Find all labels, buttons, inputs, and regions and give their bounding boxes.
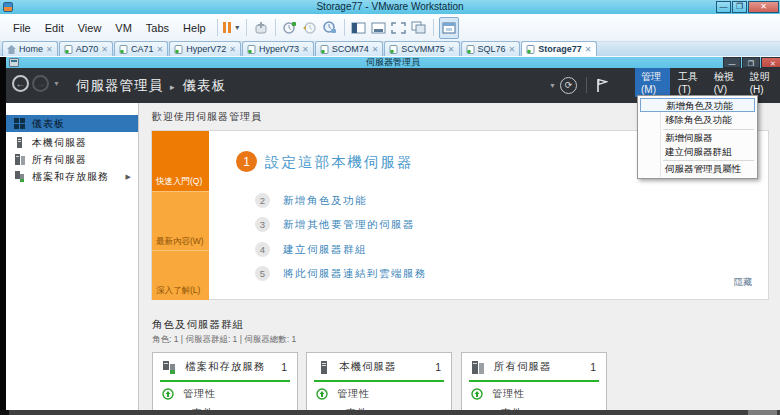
menu-item-add-servers[interactable]: 新增伺服器 [640,131,755,145]
tab-ad70[interactable]: AD70 ✕ [59,41,113,56]
welcome-title: 歡迎使用伺服器管理員 [152,110,262,124]
tile-server-count: 1 [281,361,287,373]
tab-ca71[interactable]: CA71 ✕ [114,41,168,56]
step-2-link[interactable]: 2 新增角色及功能 [255,193,367,208]
file-storage-icon [162,361,177,374]
manage-snapshots-button[interactable] [321,18,339,38]
forward-button[interactable]: → [32,75,49,92]
step-1-link[interactable]: 設定這部本機伺服器 [265,153,414,172]
tab-close-icon[interactable]: ✕ [302,45,309,54]
menu-help-guest[interactable]: 說明(H) [744,68,778,97]
step-4-link[interactable]: 4 建立伺服器群組 [255,242,367,257]
vmware-menubar-toolbar: File Edit View VM Tabs Help ▼ [0,14,780,42]
tab-close-icon[interactable]: ✕ [585,45,592,54]
learn-more-block[interactable]: 深入了解(L) [152,250,209,300]
tile-server-count: 1 [590,361,596,373]
tab-sql76[interactable]: SQL76 ✕ [461,41,521,56]
tab-storage77[interactable]: Storage77 ✕ [521,41,596,56]
guest-minimize-button[interactable]: — [723,57,741,68]
sidebar-item-dashboard[interactable]: 儀表板 [6,115,138,132]
console-view-button[interactable] [439,17,459,39]
tab-close-icon[interactable]: ✕ [372,45,379,54]
menu-tools[interactable]: 工具(T) [672,68,706,97]
menu-help[interactable]: Help [176,22,213,34]
nav-caret-icon[interactable]: ▼ [53,80,60,87]
vm-tab-icon [119,45,128,54]
manageability-row[interactable]: 管理性 [307,382,451,401]
revert-snapshot-icon [302,20,317,35]
breadcrumb-page: 儀表板 [183,78,227,93]
refresh-button[interactable]: ⟳ [560,77,577,94]
menu-item-remove-roles-features[interactable]: 移除角色及功能 [640,113,755,127]
vmware-minimize-button[interactable]: — [716,1,731,13]
revert-snapshot-button[interactable] [301,18,319,38]
tab-home[interactable]: Home ✕ [2,41,58,56]
server-manager-sidebar: 儀表板 本機伺服器 所有伺服器 檔案和存放服務 ▶ [6,103,139,410]
sidebar-item-file-storage-services[interactable]: 檔案和存放服務 ▶ [6,168,138,185]
menu-edit[interactable]: Edit [38,22,71,34]
expand-arrow-icon[interactable]: ▶ [126,173,131,181]
local-server-icon [316,361,331,374]
toolbar-separator [275,19,276,36]
show-thumbnail-bar-icon [371,22,386,34]
menu-item-server-manager-properties[interactable]: 伺服器管理員屬性 [640,162,755,176]
menu-tabs[interactable]: Tabs [139,22,176,34]
send-ctrl-alt-del-button[interactable] [252,18,270,38]
menu-view[interactable]: View [71,22,109,34]
take-snapshot-button[interactable] [281,18,299,38]
sidebar-item-local-server[interactable]: 本機伺服器 [6,134,138,151]
unity-icon [411,21,426,34]
vmware-close-button[interactable]: ✕ [748,1,779,13]
sidebar-item-all-servers[interactable]: 所有伺服器 [6,151,138,168]
menu-view-guest[interactable]: 檢視(V) [708,68,742,97]
menu-separator [663,129,754,130]
quick-start-block[interactable]: 快速入門(Q) [152,131,209,191]
step-3-badge: 3 [255,217,270,232]
back-button[interactable]: ← [12,75,29,92]
breadcrumb-root[interactable]: 伺服器管理員 [76,78,163,93]
fullscreen-button[interactable] [390,18,408,38]
guest-restore-button[interactable]: ❐ [742,57,760,68]
pause-button[interactable]: ▼ [223,18,241,38]
bottom-scrollbar-band[interactable] [0,410,780,415]
unity-button[interactable] [410,18,428,38]
tab-close-icon[interactable]: ✕ [229,45,236,54]
whats-new-block[interactable]: 最新內容(W) [152,191,209,251]
dashboard-icon [14,118,25,129]
refresh-caret-icon[interactable]: ▼ [549,82,556,89]
toolbar-separator [344,19,345,36]
roles-section-title: 角色及伺服器群組 [152,318,244,332]
tab-scvmm75[interactable]: SCVMM75 ✕ [384,41,459,56]
tab-close-icon[interactable]: ✕ [46,45,53,54]
vm-tab-icon [64,45,73,54]
manageability-row[interactable]: 管理性 [462,382,606,401]
tile-local-server[interactable]: 本機伺服器 1 管理性 事件 [306,352,452,415]
vmware-restore-button[interactable]: ❐ [732,1,747,13]
menu-file[interactable]: File [6,22,38,34]
show-thumbnail-bar-button[interactable] [370,18,388,38]
tab-hyperv73[interactable]: HyperV73 ✕ [242,41,314,56]
menu-vm[interactable]: VM [108,22,139,34]
manageability-row[interactable]: 管理性 [153,382,297,401]
server-manager-menubar: 管理(M) 工具(T) 檢視(V) 說明(H) [635,74,780,91]
notifications-flag-button[interactable] [596,78,608,93]
scrollbar-thumb[interactable] [748,410,777,415]
tile-all-servers[interactable]: 所有伺服器 1 管理性 事件 [461,352,607,415]
tab-close-icon[interactable]: ✕ [156,45,163,54]
menu-item-add-roles-features[interactable]: 新增角色及功能 [640,98,755,112]
fullscreen-icon [391,22,406,34]
menu-manage[interactable]: 管理(M) [635,68,670,97]
step-5-link[interactable]: 5 將此伺服器連結到雲端服務 [255,266,427,281]
guest-close-button[interactable]: ✕ [761,57,780,68]
menu-item-create-server-group[interactable]: 建立伺服器群組 [640,145,755,159]
step-3-link[interactable]: 3 新增其他要管理的伺服器 [255,217,415,232]
tab-scom74[interactable]: SCOM74 ✕ [315,41,384,56]
hide-welcome-link[interactable]: 隱藏 [734,276,752,289]
tab-close-icon[interactable]: ✕ [509,45,516,54]
tab-hyperv72[interactable]: HyperV72 ✕ [169,41,241,56]
tab-close-icon[interactable]: ✕ [101,45,108,54]
show-library-button[interactable] [350,18,368,38]
tile-file-storage-services[interactable]: 檔案和存放服務 1 管理性 事件 [152,352,298,415]
vmware-window-title: Storage77 - VMware Workstation [0,1,780,12]
tab-close-icon[interactable]: ✕ [448,45,455,54]
